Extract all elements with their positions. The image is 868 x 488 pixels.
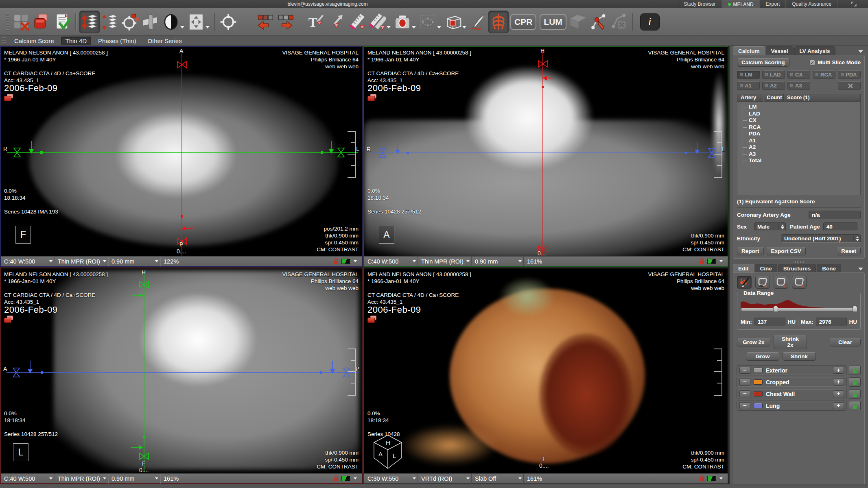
window-level-select[interactable]: C:30 W:550 [364, 474, 418, 484]
browse-stack-icon[interactable] [100, 11, 120, 33]
render-mode-select[interactable]: Thin MPR (ROI) [418, 257, 472, 266]
viewport-sagittal-canvas[interactable]: MELAND NELSON ANON [ 43.00000258 ] * 196… [1, 268, 362, 473]
fullscreen-icon[interactable] [851, 2, 857, 7]
text-annotation-icon[interactable]: T [306, 11, 326, 33]
toolbar-grip[interactable] [6, 13, 9, 31]
localizer-target-icon[interactable] [120, 11, 140, 33]
table-row[interactable]: A3 [737, 151, 860, 158]
edit-centerline-icon[interactable] [588, 11, 609, 33]
phase-previous-icon[interactable] [255, 11, 275, 33]
orientation-flag-icon[interactable] [707, 259, 716, 264]
coronary-age-field[interactable]: n/a [809, 211, 861, 219]
artery-button-rca[interactable]: RCA [813, 70, 835, 79]
structure-lock-button[interactable] [849, 401, 861, 410]
status-dropdown-caret[interactable] [719, 260, 723, 262]
shrink-2x-button[interactable]: Shrink 2x [774, 335, 807, 349]
approve-report-icon[interactable] [52, 11, 72, 33]
series-folder-icon[interactable] [4, 316, 15, 323]
export-csv-button[interactable]: Export CSV [767, 247, 806, 255]
rib-removal-icon[interactable] [488, 11, 509, 33]
slice-thickness-select[interactable]: 0.90 mm [108, 474, 160, 484]
viewport-3d-canvas[interactable]: H A L MELAND NELSON ANON [ 43.00000258 ]… [364, 268, 728, 473]
panel-splitter[interactable] [794, 261, 804, 263]
flip-orientation-box[interactable]: L [13, 443, 28, 461]
viewport-sagittal[interactable]: MELAND NELSON ANON [ 43.00000258 ] * 196… [0, 268, 363, 484]
ruler-icon[interactable] [347, 11, 367, 33]
multi-ruler-icon[interactable] [367, 11, 387, 33]
tab-lv-analysis[interactable]: LV Analysis [794, 46, 835, 55]
fit-to-window-icon[interactable] [186, 11, 206, 33]
viewport-axial-canvas[interactable]: MELAND NELSON ANON [ 43.00000258 ] * 196… [1, 47, 362, 256]
add-structure-button[interactable]: + [833, 390, 844, 397]
lock-icon[interactable] [700, 475, 704, 481]
grow-2x-button[interactable]: Grow 2x [737, 338, 770, 346]
clear-artery-button[interactable] [838, 81, 861, 90]
lock-icon[interactable] [334, 258, 339, 264]
min-field[interactable]: 137 [754, 318, 785, 326]
score-table-body[interactable]: LM LAD CX RCA PDA A1 A2 A3 Total [737, 102, 861, 195]
slider-track[interactable] [741, 308, 857, 311]
table-row[interactable]: RCA [737, 124, 860, 131]
grow-button[interactable]: Grow [746, 352, 779, 361]
snapshot-camera-icon[interactable] [392, 11, 413, 33]
window-level-icon[interactable] [161, 11, 181, 33]
series-folder-icon[interactable] [367, 316, 378, 323]
orientation-flag-icon[interactable] [341, 259, 350, 264]
window-level-select[interactable]: C:40 W:500 [364, 257, 418, 266]
tab-vessel[interactable]: Vessel [766, 46, 794, 55]
series-tab-other-series[interactable]: Other Series [143, 37, 186, 45]
add-structure-button[interactable]: + [833, 402, 844, 409]
lumen-button[interactable]: LUM [540, 14, 566, 30]
table-row[interactable]: PDA [737, 131, 860, 137]
panel-menu-caret[interactable] [858, 268, 863, 270]
structure-item[interactable]: − Lung + [737, 401, 846, 410]
structure-item[interactable]: − Cropped + [737, 377, 846, 387]
artery-button-lm[interactable]: LM [737, 70, 760, 79]
calcium-scoring-button[interactable]: Calcium Scoring [737, 58, 789, 67]
orientation-cube[interactable]: H A L [369, 433, 407, 471]
lasso-slice-icon[interactable] [774, 276, 788, 289]
table-row[interactable]: LAD [737, 111, 860, 118]
load-series-icon[interactable] [32, 11, 52, 33]
shrink-button[interactable]: Shrink [783, 352, 816, 361]
curved-mpr-icon[interactable] [568, 11, 588, 33]
table-row[interactable]: A2 [737, 144, 860, 151]
series-tab-calcium-score[interactable]: Calcium Score [10, 37, 59, 45]
scroll-stack-icon[interactable] [79, 11, 100, 33]
series-tab-thin-4d[interactable]: Thin 4D [61, 37, 92, 45]
max-field[interactable]: 2976 [816, 318, 847, 326]
report-button[interactable]: Report [737, 247, 764, 255]
artery-button-pda[interactable]: PDA [838, 70, 861, 79]
remove-structure-button[interactable]: − [739, 379, 750, 386]
info-button[interactable]: i [640, 13, 660, 30]
render-mode-select[interactable]: Thin MPR (ROI) [55, 474, 108, 484]
slice-thickness-select[interactable]: 0.90 mm [472, 257, 524, 266]
structure-item[interactable]: − Chest Wall + [737, 389, 846, 399]
arrow-annotation-icon[interactable] [326, 11, 347, 33]
crop-box-icon[interactable] [443, 11, 463, 33]
patient-age-field[interactable]: 40 [823, 222, 857, 231]
ethnicity-select[interactable]: Undefined (Hoff 2001) [781, 234, 861, 243]
lasso-3d-icon[interactable]: 3D [755, 276, 770, 289]
cpr-button[interactable]: CPR [510, 14, 536, 30]
mpr-planes-icon[interactable] [140, 11, 161, 33]
paint-select-icon[interactable] [737, 276, 752, 289]
flip-orientation-box[interactable]: A [379, 226, 394, 244]
orientation-flag-icon[interactable] [341, 476, 350, 481]
remove-structure-button[interactable]: − [739, 402, 750, 409]
multi-slice-checkbox[interactable]: ✓ [809, 60, 815, 65]
tab-meland[interactable]: MELAND [722, 0, 760, 8]
tab-bone[interactable]: Bone [817, 264, 841, 272]
tab-study-browser[interactable]: Study Browser [678, 0, 722, 8]
zoom-select[interactable]: 161% [160, 474, 362, 484]
zoom-select[interactable]: 161% [524, 474, 728, 484]
roi-ellipse-icon[interactable] [418, 11, 438, 33]
tab-structures[interactable]: Structures [778, 264, 816, 272]
series-tab-phases-thin[interactable]: Phases (Thin) [94, 37, 140, 45]
orientation-flag-icon[interactable] [707, 476, 716, 481]
add-structure-button[interactable]: + [833, 367, 844, 374]
artery-button-a3[interactable]: A3 [787, 81, 810, 90]
artery-button-cx[interactable]: CX [787, 70, 810, 79]
table-row[interactable]: A1 [737, 137, 860, 144]
remove-structure-button[interactable]: − [739, 367, 750, 374]
